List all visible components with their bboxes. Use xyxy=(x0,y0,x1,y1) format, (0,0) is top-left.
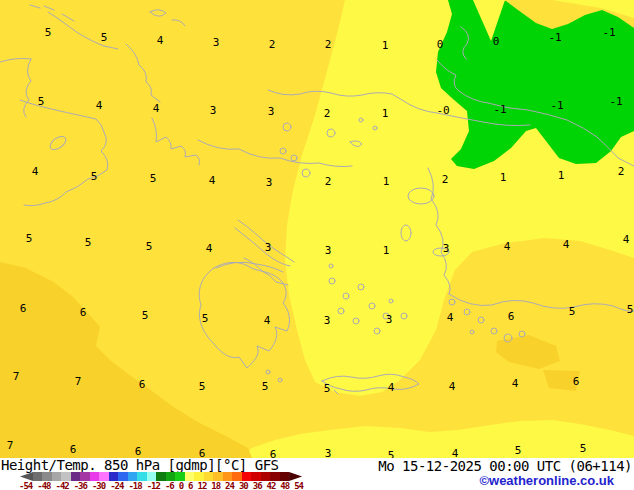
temp-label: 2 xyxy=(618,165,625,178)
temp-label: 7 xyxy=(13,370,20,383)
temp-label: 4 xyxy=(447,311,454,324)
temp-label: 6 xyxy=(573,375,580,388)
colorbar-tick: 18 xyxy=(211,481,220,490)
colorbar-tick: 36 xyxy=(253,481,262,490)
temp-label: 5 xyxy=(202,312,209,325)
temp-label: 5 xyxy=(85,236,92,249)
temp-label: 2 xyxy=(269,38,276,51)
temp-label: -1 xyxy=(602,26,615,39)
colorbar-cell xyxy=(213,472,222,481)
colorbar-tick-labels: -54-48-42-36-30-24-18-12-606121824303642… xyxy=(19,481,303,490)
colorbar-tick: 30 xyxy=(239,481,248,490)
temp-label: 1 xyxy=(500,171,507,184)
temp-label: 4 xyxy=(153,102,160,115)
temp-label: 3 xyxy=(213,36,220,49)
temp-label: 5 xyxy=(262,380,269,393)
colorbar-cell xyxy=(175,472,184,481)
colorbar-tick: 54 xyxy=(294,481,303,490)
copyright-watermark: ©weatheronline.co.uk xyxy=(479,473,614,488)
colorbar-cell xyxy=(42,472,51,481)
temp-label: 1 xyxy=(558,169,565,182)
colorbar-left-arrow xyxy=(20,472,33,481)
temp-label: 5 xyxy=(569,305,576,318)
temp-label: 6 xyxy=(135,445,142,458)
temp-label: 2 xyxy=(325,38,332,51)
temp-label: 5 xyxy=(26,232,33,245)
temp-label: 6 xyxy=(20,302,27,315)
temp-label: 4 xyxy=(157,34,164,47)
temp-label: 6 xyxy=(139,378,146,391)
colorbar-cell xyxy=(147,472,156,481)
temp-label: 5 xyxy=(324,382,331,395)
temp-label: 1 xyxy=(383,244,390,257)
temp-label: 4 xyxy=(32,165,39,178)
temp-label: 6 xyxy=(80,306,87,319)
colorbar-cell xyxy=(185,472,194,481)
weather-map-page: 554322100-1-15443321-0-1-1-1455432121125… xyxy=(0,0,634,490)
colorbar-tick: -18 xyxy=(128,481,141,490)
temp-label: 5 xyxy=(627,303,634,316)
colorbar-tick: -30 xyxy=(92,481,105,490)
temp-label: -1 xyxy=(548,31,561,44)
temp-label: 4 xyxy=(512,377,519,390)
colorbar-cell xyxy=(71,472,80,481)
temperature-values-layer: 554322100-1-15443321-0-1-1-1455432121125… xyxy=(0,0,634,458)
colorbar-cell xyxy=(242,472,251,481)
temp-label: 0 xyxy=(437,38,444,51)
colorbar-tick: -6 xyxy=(165,481,174,490)
colorbar-cell xyxy=(166,472,175,481)
colorbar-cell xyxy=(118,472,127,481)
temp-label: 2 xyxy=(325,175,332,188)
temp-label: 4 xyxy=(96,99,103,112)
colorbar-cell xyxy=(80,472,89,481)
temp-label: -1 xyxy=(550,99,563,112)
colorbar-cell xyxy=(270,472,279,481)
temp-label: 4 xyxy=(452,447,459,458)
colorbar-tick: 48 xyxy=(280,481,289,490)
temperature-colorbar xyxy=(20,472,302,481)
temp-label: 1 xyxy=(382,107,389,120)
colorbar-cell xyxy=(90,472,99,481)
temp-label: 5 xyxy=(199,380,206,393)
colorbar-cell xyxy=(156,472,165,481)
colorbar-tick: -54 xyxy=(19,481,32,490)
temp-label: 3 xyxy=(266,176,273,189)
colorbar-cell xyxy=(232,472,241,481)
colorbar-cell xyxy=(280,472,289,481)
colorbar-right-arrow xyxy=(289,472,302,481)
temp-label: 2 xyxy=(442,173,449,186)
temp-label: 4 xyxy=(623,233,630,246)
temp-label: 4 xyxy=(209,174,216,187)
temp-label: 7 xyxy=(7,439,14,452)
temp-label: 1 xyxy=(382,39,389,52)
temperature-map: 554322100-1-15443321-0-1-1-1455432121125… xyxy=(0,0,634,458)
temp-label: 5 xyxy=(515,444,522,457)
colorbar-cell xyxy=(251,472,260,481)
temp-label: 4 xyxy=(388,381,395,394)
temp-label: 7 xyxy=(75,375,82,388)
temp-label: 4 xyxy=(504,240,511,253)
colorbar-cell xyxy=(61,472,70,481)
colorbar-tick: 42 xyxy=(267,481,276,490)
temp-label: 5 xyxy=(388,449,395,458)
temp-label: 1 xyxy=(383,175,390,188)
temp-label: 5 xyxy=(91,170,98,183)
temp-label: 6 xyxy=(508,310,515,323)
temp-label: 3 xyxy=(325,447,332,458)
colorbar-cell xyxy=(223,472,232,481)
temp-label: 3 xyxy=(210,104,217,117)
temp-label: 3 xyxy=(265,241,272,254)
colorbar-tick: 6 xyxy=(188,481,192,490)
colorbar-cell xyxy=(99,472,108,481)
colorbar-cell xyxy=(33,472,42,481)
temp-label: 4 xyxy=(563,238,570,251)
temp-label: 3 xyxy=(386,313,393,326)
temp-label: 3 xyxy=(325,244,332,257)
temp-label: 5 xyxy=(150,172,157,185)
colorbar-tick: -24 xyxy=(110,481,123,490)
legend-footer: Height/Temp. 850 hPa [gdmp][°C] GFS Mo 1… xyxy=(0,458,634,490)
colorbar-cell xyxy=(128,472,137,481)
temp-label: 5 xyxy=(146,240,153,253)
temp-label: 5 xyxy=(101,31,108,44)
temp-label: 6 xyxy=(70,443,77,456)
